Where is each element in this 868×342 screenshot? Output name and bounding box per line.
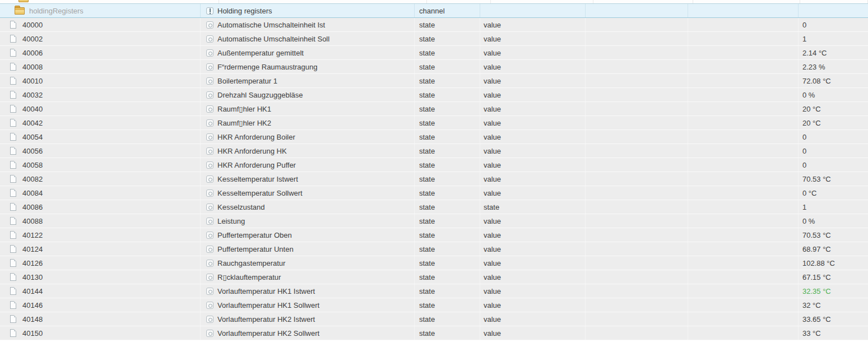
cell-id: 40054 [0,130,201,144]
cell-role: value [480,172,586,186]
cell-id: 40124 [0,242,201,256]
value-label: 0 [802,133,806,141]
table-row[interactable]: 40000Automatische Umschalteinheit Iststa… [0,18,868,32]
table-row[interactable]: 40150Vorlauftemperatur HK2 Sollwertstate… [0,326,868,340]
table-row[interactable]: 40144Vorlauftemperatur HK1 Istwertstatev… [0,284,868,298]
role-label: value [484,315,501,323]
table-row[interactable]: 40148Vorlauftemperatur HK2 Istwertstatev… [0,312,868,326]
state-file-icon [10,315,16,323]
table-row[interactable]: 40146Vorlauftemperatur HK1 Sollwertstate… [0,298,868,312]
cell-value [799,4,868,17]
folder-icon[interactable] [15,7,25,15]
state-icon [206,63,213,71]
state-icon [206,260,213,267]
table-row[interactable]: 40054HKR Anforderung Boilerstatevalue0 [0,130,868,144]
cell-role: value [480,32,586,45]
register-id-label: 40032 [22,91,43,99]
state-file-icon [10,273,16,281]
cell-role: value [480,88,586,101]
cell-room [586,102,688,115]
value-label: 2.14 °C [802,49,827,57]
type-label: state [419,21,435,29]
register-name-label: Boilertemperatur 1 [217,77,277,85]
cell-name: Vorlauftemperatur HK1 Sollwert [201,298,415,312]
cell-role: value [480,116,586,130]
cell-type: state [415,284,480,298]
cell-value: 20 °C [799,116,868,130]
cell-room [586,46,688,59]
role-label: value [484,77,501,85]
selected-folder-row[interactable]: holdingRegisters Holding registers chann… [0,3,868,18]
cell-value: 32.35 °C [799,284,868,298]
cell-role: value [480,298,586,312]
role-label: value [484,91,501,99]
cell-room [586,200,688,214]
cell-id: 40126 [0,256,201,270]
table-row[interactable]: 40130R▯cklauftemperaturstatevalue67.15 °… [0,270,868,284]
cell-room [586,284,688,298]
cell-function [688,46,799,59]
type-label: state [419,175,435,183]
register-name-label: Kesseltemperatur Sollwert [217,189,303,197]
table-row[interactable]: 40040Raumf▯hler HK1statevalue20 °C [0,102,868,116]
table-row[interactable]: 40082Kesseltemperatur Istwertstatevalue7… [0,172,868,186]
table-row[interactable]: 40126Rauchgastemperaturstatevalue102.88 … [0,256,868,270]
state-icon [206,21,213,29]
register-name-label: Raumf▯hler HK2 [217,119,271,127]
table-row[interactable]: 40056HKR Anforderung HKstatevalue0 [0,144,868,158]
cell-name: HKR Anforderung HK [201,144,415,158]
cell-name [219,0,427,3]
table-row[interactable]: 40002Automatische Umschalteinheit Sollst… [0,32,868,46]
table-row[interactable]: 40042Raumf▯hler HK2statevalue20 °C [0,116,868,130]
type-label: state [419,105,435,113]
cell-value: 2.23 % [799,60,868,73]
register-name-label: Puffertemperatur Unten [217,245,294,253]
cell-function [688,326,799,340]
cell-function [688,60,799,73]
state-file-icon [10,119,16,127]
register-name-label: Vorlauftemperatur HK2 Istwert [217,315,315,323]
cell-role: value [480,256,586,270]
cell-name: Rauchgastemperatur [201,256,415,270]
table-row[interactable]: 40124Puffertemperatur Untenstatevalue68.… [0,242,868,256]
cell-name: HKR Anforderung Puffer [201,158,415,172]
table-row[interactable]: 40006Außentemperatur gemitteltstatevalue… [0,46,868,60]
cell-type: state [415,32,480,45]
state-icon [206,232,213,239]
cell-value: 0 [799,130,868,144]
cell-role: value [480,144,586,158]
type-label: state [419,147,435,155]
table-row[interactable]: 40032Drehzahl Saugzuggebläsestatevalue0 … [0,88,868,102]
table-row[interactable]: 40122Puffertemperatur Obenstatevalue70.5… [0,228,868,242]
cell-room [586,116,688,130]
table-row[interactable]: 40084Kesseltemperatur Sollwertstatevalue… [0,186,868,200]
cell-name: Raumf▯hler HK1 [201,102,415,115]
table-row[interactable]: 40088Leistungstatevalue0 % [0,214,868,228]
table-row[interactable]: 40086Kesselzustandstatestate1 [0,200,868,214]
cell-id: 40056 [0,144,201,158]
role-label: value [484,133,501,141]
value-label: 1 [802,203,806,211]
state-file-icon [10,189,16,197]
folder-icon [18,0,28,2]
cell-id: 40086 [0,200,201,214]
folder-name-label: Holding registers [217,7,272,15]
cell-function [688,116,799,130]
table-row[interactable]: 40008F“rdermenge Raumaustragungstatevalu… [0,60,868,74]
role-label: value [484,189,501,197]
register-name-label: F“rdermenge Raumaustragung [217,63,317,71]
cell-name: Automatische Umschalteinheit Soll [201,32,415,45]
cell-name: Puffertemperatur Unten [201,242,415,256]
role-label: state [484,203,499,211]
state-icon [206,190,213,197]
state-icon [206,204,213,211]
parent-row-partial[interactable] [0,0,868,3]
table-row[interactable]: 40010Boilertemperatur 1statevalue72.08 °… [0,74,868,88]
type-label: state [419,273,435,281]
cell-room [586,18,688,31]
table-row[interactable]: 40058HKR Anforderung Pufferstatevalue0 [0,158,868,172]
cell-id: 40010 [0,74,201,87]
state-file-icon [10,245,16,253]
type-label: state [419,35,435,43]
cell-name: HKR Anforderung Boiler [201,130,415,144]
